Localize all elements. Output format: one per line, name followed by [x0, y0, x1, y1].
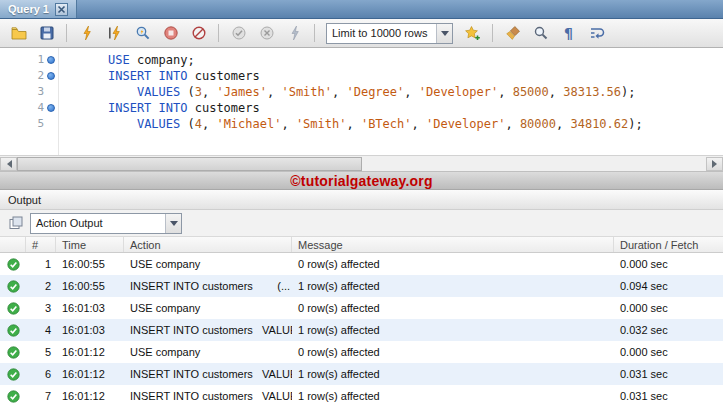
stop-icon	[163, 25, 179, 41]
output-row[interactable]: 4 16:01:03 INSERT INTO customers VALUE..…	[0, 319, 723, 341]
success-check-icon	[7, 346, 20, 359]
statement-marker-icon	[47, 72, 55, 80]
save-icon	[39, 25, 55, 41]
output-grid-header: # Time Action Message Duration / Fetch	[0, 236, 723, 253]
row-action: USE company	[124, 346, 292, 358]
save-snippet-button[interactable]	[460, 21, 485, 45]
row-message: 0 row(s) affected	[292, 346, 614, 358]
autocommit-button[interactable]	[282, 21, 307, 45]
editor-horizontal-scrollbar[interactable]	[0, 155, 723, 172]
success-check-icon	[7, 368, 20, 381]
row-status	[0, 346, 26, 359]
row-duration: 0.094 sec	[614, 280, 723, 292]
rollback-cross-icon	[259, 25, 275, 41]
find-button[interactable]	[528, 21, 553, 45]
row-message: 0 row(s) affected	[292, 302, 614, 314]
tab-query-1[interactable]: Query 1	[0, 0, 77, 18]
row-time: 16:01:03	[56, 324, 124, 336]
execute-button[interactable]	[74, 21, 99, 45]
output-view-select[interactable]: Action Output	[30, 213, 182, 234]
toggle-stop-on-error-button[interactable]	[186, 21, 211, 45]
success-check-icon	[7, 390, 20, 403]
output-row[interactable]: 7 16:01:12 INSERT INTO customers VALUE..…	[0, 385, 723, 405]
wrap-text-button[interactable]	[584, 21, 609, 45]
sql-editor[interactable]: 1 USE company; 2 INSERT INTO customers 3…	[0, 48, 723, 155]
query-tab-bar: Query 1	[0, 0, 723, 19]
output-row[interactable]: 6 16:01:12 INSERT INTO customers VALUE..…	[0, 363, 723, 385]
statement-marker-slot	[44, 120, 58, 128]
output-panel: Output Action Output # Time Action Messa…	[0, 189, 723, 405]
editor-line[interactable]: 2 INSERT INTO customers	[0, 68, 723, 84]
row-status	[0, 258, 26, 271]
save-button[interactable]	[34, 21, 59, 45]
scroll-left-button[interactable]	[0, 157, 17, 171]
chevron-down-icon	[441, 31, 449, 40]
row-time: 16:01:12	[56, 346, 124, 358]
output-row[interactable]: 5 16:01:12 USE company 0 row(s) affected…	[0, 341, 723, 363]
row-time: 16:00:55	[56, 280, 124, 292]
output-panels-icon	[8, 215, 24, 231]
column-index: #	[26, 237, 56, 252]
watermark: ©tutorialgateway.org	[290, 173, 432, 189]
output-row[interactable]: 1 16:00:55 USE company 0 row(s) affected…	[0, 253, 723, 275]
tab-title: Query 1	[8, 3, 49, 15]
statement-marker-slot	[44, 104, 58, 112]
separator-band: ©tutorialgateway.org	[0, 172, 723, 189]
execute-lightning-icon	[79, 25, 95, 41]
editor-line[interactable]: 3 VALUES (3, 'James', 'Smith', 'Degree',…	[0, 84, 723, 100]
open-file-button[interactable]	[6, 21, 31, 45]
output-row[interactable]: 3 16:01:03 USE company 0 row(s) affected…	[0, 297, 723, 319]
chevron-down-icon	[170, 221, 178, 230]
rollback-button[interactable]	[254, 21, 279, 45]
tab-close-button[interactable]	[55, 3, 68, 16]
stop-on-error-icon	[191, 25, 207, 41]
row-time: 16:01:12	[56, 390, 124, 402]
row-message: 1 row(s) affected	[292, 324, 614, 336]
limit-rows-select[interactable]: Limit to 10000 rows	[326, 23, 453, 44]
statement-marker-icon	[47, 56, 55, 64]
editor-line[interactable]: 5 VALUES (4, 'Michael', 'Smith', 'BTech'…	[0, 116, 723, 132]
explain-button[interactable]	[130, 21, 155, 45]
output-toolbar: Action Output	[0, 210, 723, 236]
stop-button[interactable]	[158, 21, 183, 45]
beautify-button[interactable]	[500, 21, 525, 45]
row-action: USE company	[124, 258, 292, 270]
row-time: 16:01:12	[56, 368, 124, 380]
combo-arrow	[436, 24, 452, 43]
row-status	[0, 280, 26, 293]
code-text: VALUES (3, 'James', 'Smith', 'Degree', '…	[58, 84, 635, 100]
row-action: INSERT INTO customers VALUE...	[124, 324, 292, 336]
row-action: USE company	[124, 302, 292, 314]
scrollbar-thumb[interactable]	[17, 157, 362, 171]
row-status	[0, 368, 26, 381]
commit-check-icon	[231, 25, 247, 41]
toolbar-separator	[66, 24, 67, 42]
column-duration: Duration / Fetch	[614, 237, 723, 252]
statement-marker-slot	[44, 72, 58, 80]
row-message: 0 row(s) affected	[292, 258, 614, 270]
open-folder-icon	[11, 25, 27, 41]
row-status	[0, 390, 26, 403]
column-status	[0, 237, 26, 252]
output-row[interactable]: 2 16:00:55 INSERT INTO customers (... 1 …	[0, 275, 723, 297]
success-check-icon	[7, 280, 20, 293]
code-text: INSERT INTO customers	[58, 100, 260, 116]
editor-line[interactable]: 4 INSERT INTO customers	[0, 100, 723, 116]
row-message: 1 row(s) affected	[292, 390, 614, 402]
commit-button[interactable]	[226, 21, 251, 45]
column-time: Time	[56, 237, 124, 252]
line-number: 4	[0, 100, 44, 116]
editor-line[interactable]: 1 USE company;	[0, 52, 723, 68]
invisible-chars-button[interactable]: ¶	[556, 21, 581, 45]
execute-current-button[interactable]	[102, 21, 127, 45]
row-index: 3	[26, 302, 56, 314]
row-duration: 0.000 sec	[614, 258, 723, 270]
line-number: 1	[0, 52, 44, 68]
row-duration: 0.032 sec	[614, 324, 723, 336]
column-action: Action	[124, 237, 292, 252]
row-index: 6	[26, 368, 56, 380]
line-number: 2	[0, 68, 44, 84]
code-text: VALUES (4, 'Michael', 'Smith', 'BTech', …	[58, 116, 643, 132]
column-message: Message	[292, 237, 614, 252]
scroll-right-button[interactable]	[706, 157, 723, 171]
